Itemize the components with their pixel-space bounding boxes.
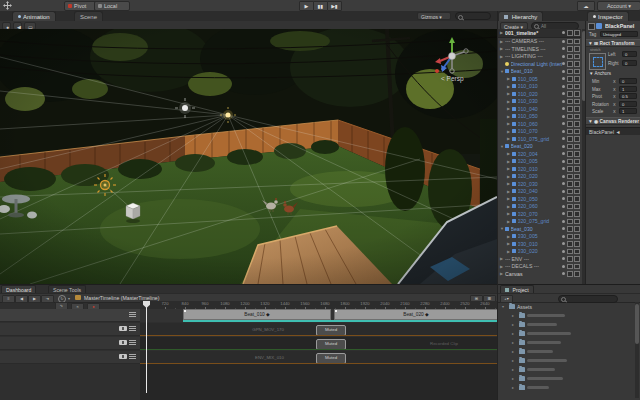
visibility-dot[interactable] <box>562 242 565 245</box>
hierarchy-item[interactable]: ▶--- CAMERAS --- <box>498 38 581 46</box>
expand-arrow-icon[interactable]: ▸ <box>512 385 517 390</box>
track-beats[interactable]: Beat_010 ◆ Beat_020 ◆ <box>140 309 497 322</box>
speaker-icon[interactable] <box>119 326 127 331</box>
visibility-dot[interactable] <box>562 31 565 34</box>
hierarchy-checkbox[interactable] <box>574 234 580 240</box>
visibility-dot[interactable] <box>562 265 565 268</box>
hierarchy-checkbox[interactable] <box>567 181 573 187</box>
hierarchy-item[interactable]: ▶030_005 <box>498 233 581 241</box>
visibility-dot[interactable] <box>562 272 565 275</box>
hierarchy-item[interactable]: ▶020_050 <box>498 195 581 203</box>
clip-handle[interactable] <box>183 309 186 312</box>
hierarchy-checkbox[interactable] <box>567 76 573 82</box>
transform-value-field[interactable]: 0 <box>619 101 637 107</box>
timeline-play-button[interactable]: ▶ <box>28 295 41 304</box>
timeline-next-button[interactable]: ⇥ <box>41 295 54 304</box>
track-menu-icon[interactable] <box>129 326 136 331</box>
track-audio[interactable]: Muted Recorded Clip <box>140 337 497 350</box>
hierarchy-checkbox[interactable] <box>574 129 580 135</box>
tag-dropdown[interactable]: Untagged <box>600 31 638 37</box>
hierarchy-checkbox[interactable] <box>567 30 573 36</box>
hierarchy-item[interactable]: ▶020_060 <box>498 203 581 211</box>
scrollbar-thumb[interactable] <box>635 304 639 344</box>
move-tool-icon[interactable] <box>3 1 12 10</box>
hierarchy-checkbox[interactable] <box>574 151 580 157</box>
hierarchy-item[interactable]: ▶010_030 <box>498 98 581 106</box>
track-header-audio[interactable] <box>0 337 140 350</box>
account-dropdown[interactable]: Account ▾ <box>597 1 640 11</box>
hierarchy-checkbox[interactable] <box>567 54 573 60</box>
hierarchy-checkbox[interactable] <box>574 69 580 75</box>
project-row[interactable]: ▸ <box>498 338 634 347</box>
hierarchy-checkbox[interactable] <box>574 219 580 225</box>
timeline-clip-beat010[interactable]: Beat_010 ◆ <box>183 309 331 320</box>
hierarchy-checkbox[interactable] <box>574 204 580 210</box>
canvas-renderer-header[interactable]: ▼ ◉ Canvas Renderer <box>586 117 640 125</box>
visibility-dot[interactable] <box>562 55 565 58</box>
hierarchy-item[interactable]: ▶020_030 <box>498 180 581 188</box>
transform-value-field[interactable]: 0.5 <box>619 93 637 99</box>
hierarchy-item[interactable]: ▶010_005 <box>498 75 581 83</box>
track-mix[interactable]: ENV_MIX_010 Muted <box>140 351 497 364</box>
playhead-line[interactable] <box>146 301 147 393</box>
expand-arrow-icon[interactable]: ▸ <box>512 331 517 336</box>
play-button[interactable]: ▶ <box>299 1 314 11</box>
hierarchy-checkbox[interactable] <box>567 189 573 195</box>
hierarchy-item[interactable]: ▶Canvas <box>498 270 581 278</box>
visibility-dot[interactable] <box>562 167 565 170</box>
hierarchy-checkbox[interactable] <box>567 226 573 232</box>
hierarchy-checkbox[interactable] <box>567 196 573 202</box>
expand-arrow-icon[interactable]: ▸ <box>512 340 517 345</box>
hierarchy-checkbox[interactable] <box>574 189 580 195</box>
hierarchy-checkbox[interactable] <box>567 84 573 90</box>
expand-arrow-icon[interactable]: ▸ <box>512 313 517 318</box>
hierarchy-item[interactable]: ▶010_075_grid <box>498 135 581 143</box>
visibility-dot[interactable] <box>562 145 565 148</box>
expand-arrow-icon[interactable]: ▸ <box>512 367 517 372</box>
material-footer[interactable]: BlackPanel ◄ <box>586 127 640 135</box>
hierarchy-item[interactable]: Directional Light (Interior_Sun) <box>498 60 581 68</box>
hierarchy-checkbox[interactable] <box>574 166 580 172</box>
project-row[interactable]: ▸ <box>498 365 634 374</box>
hierarchy-checkbox[interactable] <box>574 54 580 60</box>
hierarchy-checkbox[interactable] <box>574 136 580 142</box>
hierarchy-checkbox[interactable] <box>567 271 573 277</box>
visibility-dot[interactable] <box>562 220 565 223</box>
hierarchy-checkbox[interactable] <box>574 30 580 36</box>
hierarchy-item[interactable]: ▶030_010 <box>498 240 581 248</box>
visibility-dot[interactable] <box>562 122 565 125</box>
hierarchy-item[interactable]: ▶020_020 <box>498 173 581 181</box>
hierarchy-item[interactable]: ▶020_004 <box>498 150 581 158</box>
field-left-value[interactable]: 0 <box>622 51 637 57</box>
expand-arrow-icon[interactable]: ▸ <box>512 322 517 327</box>
collab-button[interactable]: ☁ <box>577 1 595 11</box>
speaker-icon[interactable] <box>119 354 127 359</box>
hierarchy-item[interactable]: ▶010_040 <box>498 105 581 113</box>
track-video[interactable]: GPN_MOV_170 Muted <box>140 323 497 336</box>
transform-value-field[interactable]: 1 <box>619 86 637 92</box>
track-menu-icon[interactable] <box>129 340 136 345</box>
tab-hierarchy[interactable]: Hierarchy <box>498 11 543 21</box>
hierarchy-checkbox[interactable] <box>567 121 573 127</box>
timeline-clip-beat020[interactable]: Beat_020 ◆ <box>334 309 497 320</box>
expand-arrow-icon[interactable]: ▾ <box>502 304 507 309</box>
track-header-mix[interactable] <box>0 351 140 364</box>
expand-arrow-icon[interactable]: ▸ <box>512 349 517 354</box>
transform-value-field[interactable]: 0 <box>619 78 637 84</box>
hierarchy-checkbox[interactable] <box>567 204 573 210</box>
hierarchy-item[interactable]: ▶010_010 <box>498 83 581 91</box>
hierarchy-item[interactable]: ▶010_020 <box>498 90 581 98</box>
hierarchy-checkbox[interactable] <box>567 99 573 105</box>
visibility-dot[interactable] <box>562 160 565 163</box>
project-row[interactable]: ▸ <box>498 329 634 338</box>
visibility-dot[interactable] <box>562 70 565 73</box>
track-header-video[interactable] <box>0 323 140 336</box>
hierarchy-checkbox[interactable] <box>574 46 580 52</box>
hierarchy-checkbox[interactable] <box>574 226 580 232</box>
visibility-dot[interactable] <box>562 152 565 155</box>
object-name[interactable]: BlackPanel <box>605 23 639 29</box>
hierarchy-checkbox[interactable] <box>574 99 580 105</box>
expand-arrow-icon[interactable]: ▸ <box>512 358 517 363</box>
visibility-dot[interactable] <box>562 130 565 133</box>
expand-arrow-icon[interactable]: ▸ <box>512 376 517 381</box>
